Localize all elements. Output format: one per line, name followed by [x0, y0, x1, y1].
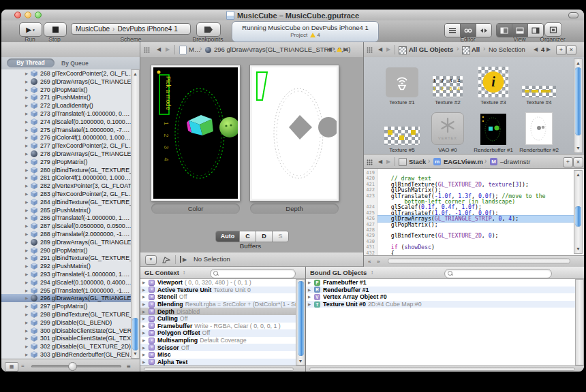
hscroll-track[interactable] — [309, 368, 575, 371]
gl-call-row[interactable]: ▶300 glDisableClientState(GL_VER… — [1, 327, 131, 335]
gl-call-row[interactable]: ▶279 glPopMatrix() — [1, 158, 131, 166]
disclosure-triangle-icon[interactable]: ▶ — [142, 288, 149, 292]
gl-call-row[interactable]: ▶292 glPushMatrix() — [1, 262, 131, 270]
disclosure-triangle-icon[interactable]: ▶ — [25, 103, 31, 108]
disclosure-triangle-icon[interactable]: ▶ — [25, 71, 31, 76]
jumpbar-gl-objects-group[interactable]: All — [472, 46, 480, 53]
gl-call-row[interactable]: ▶277 glTexCoordPointer(2, GL_FL… — [1, 142, 131, 150]
disclosure-triangle-icon[interactable]: ▶ — [25, 329, 31, 333]
disclosure-triangle-icon[interactable]: ▶ — [142, 316, 149, 321]
close-editor-button[interactable]: × — [573, 157, 583, 167]
buffers-stencil-button[interactable]: S — [273, 231, 288, 242]
disclosure-triangle-icon[interactable]: ▶ — [25, 304, 31, 308]
buffers-color-button[interactable]: C — [240, 231, 256, 242]
gl-call-row[interactable]: ▶299 glDisable(GL_BLEND) — [1, 318, 131, 327]
disclosure-triangle-icon[interactable]: ▶ — [25, 168, 31, 172]
checker-spots-thumbnail[interactable] — [384, 127, 420, 145]
gl-object-item[interactable]: Texture #1 — [380, 59, 424, 107]
gl-context-row[interactable]: ▶✳Misc — [140, 351, 296, 359]
bound-object-row[interactable]: ▶FFramebuffer #1 — [305, 279, 575, 287]
hscroll-track[interactable] — [144, 368, 294, 371]
bound-objects-hscroll[interactable] — [305, 365, 584, 372]
gl-context-row[interactable]: ▶✳DepthDisabled — [140, 308, 296, 315]
gl-context-row[interactable]: ▶✳ScissorOff — [140, 344, 296, 351]
filter-icon[interactable]: ▦ — [5, 362, 18, 372]
gl-object-item[interactable]: Renderbuffer #1 — [472, 107, 515, 154]
disclosure-triangle-icon[interactable]: ▶ — [142, 280, 149, 284]
forward-button[interactable]: ▶ — [166, 46, 170, 52]
disclosure-triangle-icon[interactable]: ▶ — [142, 338, 149, 342]
jumpbar-file[interactable]: EAGLView.m — [444, 158, 483, 165]
add-editor-button[interactable]: + — [563, 157, 573, 167]
gl-context-row[interactable]: ▶✳Viewport( 0, 0, 320, 480 ) - ( 0, 1 ) — [140, 279, 296, 287]
editor-scrollbar[interactable]: ▲ ▼ — [574, 170, 583, 254]
add-assistant-editor-button[interactable]: + — [556, 45, 566, 55]
disclosure-triangle-icon[interactable]: ▶ — [25, 152, 31, 156]
show-debug-area-button[interactable] — [512, 24, 528, 37]
gl-context-row[interactable]: ▶✳BlendingResult.rgba = SrcColor + (DstC… — [140, 301, 296, 308]
gl-context-row[interactable]: ▶✳CullingOff — [140, 315, 296, 323]
gl-call-row[interactable]: ▶301 glDisableClientState(GL_TEX… — [1, 334, 131, 342]
disclosure-triangle-icon[interactable]: ▶ — [25, 144, 31, 148]
disclosure-triangle-icon[interactable]: ▶ — [25, 344, 31, 348]
gl-call-row[interactable]: ▶297 glPopMatrix() — [1, 302, 131, 310]
scroll-down-arrow-icon[interactable]: ▼ — [132, 350, 139, 357]
gl-call-row[interactable]: ▶272 glLoadIdentity() — [1, 101, 131, 110]
version-editor-button[interactable] — [476, 24, 491, 37]
back-button[interactable]: ◀ — [157, 46, 161, 52]
gl-call-row[interactable]: ▶303 glBindRenderbuffer(GL_REN… — [1, 350, 131, 359]
jumpbar-document[interactable]: M… — [189, 46, 200, 53]
gl-object-item[interactable]: Texture #5 — [380, 107, 424, 154]
disclosure-triangle-icon[interactable]: ▶ — [25, 321, 31, 325]
disclosure-triangle-icon[interactable]: ▶ — [308, 302, 314, 306]
tables-divider[interactable] — [305, 267, 306, 372]
gl-context-row[interactable]: ▶✳FramebufferWrite - RGBA, Clear ( 0, 0,… — [140, 323, 296, 330]
jumpbar-symbol[interactable]: –drawInstr — [500, 158, 530, 165]
gl-context-scrollbar[interactable]: ▼ — [296, 279, 305, 365]
gl-call-row[interactable]: ▶298 glBindTexture(GL_TEXTURE_… — [1, 310, 131, 318]
gl-call-row[interactable]: ▶282 glVertexPointer(3, GL_FLOAT… — [1, 182, 131, 190]
scroll-up-arrow-icon[interactable]: ▲ — [574, 172, 582, 178]
gl-context-search-field[interactable] — [210, 269, 296, 278]
bound-objects-search-field[interactable] — [444, 269, 552, 278]
gl-call-row[interactable]: ▶274 glScalef(0.1000000, 0.1000… — [1, 118, 131, 126]
gl-call-row[interactable]: ▶278 glDrawArrays(GL_TRIANGLE_… — [1, 150, 131, 158]
buffers-auto-button[interactable]: Auto — [216, 231, 240, 242]
editor-hscroll-track[interactable] — [388, 258, 570, 264]
back-button[interactable]: ◀ — [378, 46, 382, 52]
gl-call-row[interactable]: ▶269 glDrawArrays(GL_TRIANGLE_… — [1, 78, 131, 86]
gl-call-row[interactable]: ▶280 glBindTexture(GL_TEXTURE_… — [1, 166, 131, 174]
gl-context-row[interactable]: ▶✳Alpha Test — [140, 359, 296, 365]
depth-buffer-preview[interactable] — [250, 65, 339, 201]
title-bar[interactable]: MusicCube – MusicCube.gputrace — [1, 10, 584, 21]
disclosure-triangle-icon[interactable]: ▶ — [25, 88, 31, 92]
disclosure-triangle-icon[interactable]: ▶ — [142, 302, 149, 306]
gl-call-row[interactable]: ▶302 glDisable(GL_TEXTURE_2D) — [1, 342, 131, 350]
disclosure-triangle-icon[interactable]: ▶ — [25, 264, 31, 268]
source-editor[interactable]: 4194204214224234244254264274284294304314… — [363, 169, 584, 255]
gl-context-row[interactable]: ▶✳MultisamplingDefault Coverage — [140, 337, 296, 344]
scroll-up-arrow-icon[interactable]: ▲ — [132, 71, 139, 78]
scroll-down-arrow-icon[interactable]: ▼ — [574, 145, 582, 152]
scheme-selector[interactable]: MusicCube › DevPubs iPhone4 1 — [71, 23, 191, 35]
navigator-divider[interactable] — [140, 42, 140, 372]
step-play-icon[interactable]: ▶ — [183, 257, 187, 263]
forward-button[interactable]: ▶ — [386, 159, 390, 165]
scroll-up-arrow-icon[interactable]: ▲ — [574, 60, 582, 67]
scrollbar-thumb[interactable] — [132, 318, 138, 350]
color-buffer-preview[interactable]: Pick a mode 1 2 3 4 — [151, 65, 240, 201]
hide-debug-area-button[interactable]: ▼ — [145, 255, 157, 265]
checker-numbers-thumbnail[interactable]: 1 2 3 41 2 3 4 — [433, 76, 463, 97]
disclosure-triangle-icon[interactable]: ▶ — [25, 296, 31, 300]
bound-object-row[interactable]: ▶TTexture Unit #02D:#4 Cube Map:#0 — [305, 301, 575, 308]
scrollbar-thumb[interactable] — [298, 281, 304, 356]
rb-dark-thumbnail[interactable] — [480, 114, 506, 145]
frame-slider-knob[interactable] — [68, 362, 77, 371]
gl-context-hscroll[interactable] — [140, 365, 305, 372]
disclosure-triangle-icon[interactable]: ▶ — [25, 184, 31, 188]
related-items-icon[interactable] — [144, 47, 150, 54]
disclosure-triangle-icon[interactable]: ▶ — [25, 120, 31, 124]
disclosure-triangle-icon[interactable]: ▶ — [25, 240, 31, 244]
disclosure-triangle-icon[interactable]: ▶ — [25, 112, 31, 116]
gl-context-row[interactable]: ▶✳StencilOff — [140, 293, 296, 301]
